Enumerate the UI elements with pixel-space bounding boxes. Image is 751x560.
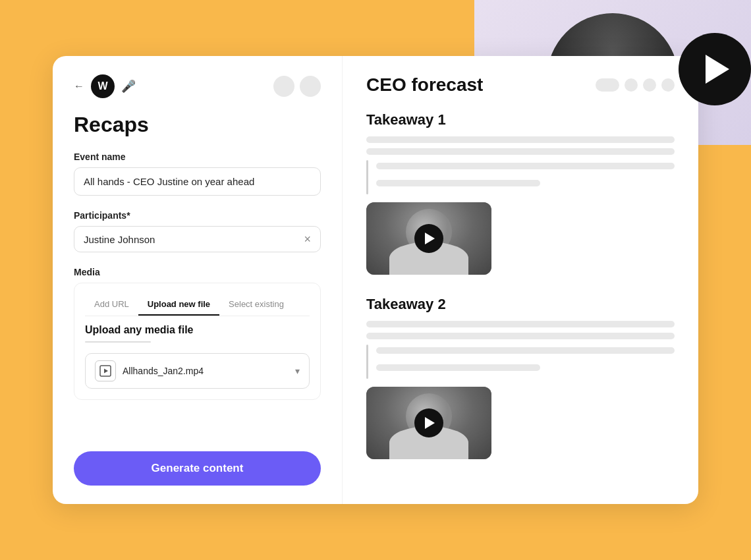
file-selector[interactable]: Allhands_Jan2.mp4 ▾: [85, 353, 310, 389]
takeaway-1-play-button[interactable]: [414, 224, 443, 253]
skeleton-line: [376, 180, 540, 186]
right-dot-2: [643, 78, 656, 92]
file-play-icon: [95, 360, 116, 381]
media-box: Add URL Upload new file Select existing …: [74, 283, 321, 400]
event-name-input[interactable]: [74, 167, 321, 196]
left-accent-bar: [366, 160, 368, 194]
media-tabs: Add URL Upload new file Select existing: [85, 294, 310, 316]
event-name-field-group: Event name: [74, 152, 321, 196]
takeaway-2-skeleton-lines: [376, 345, 675, 379]
page-title: Recaps: [74, 113, 321, 137]
takeaway-1-video-row: [366, 202, 675, 275]
tab-select-existing[interactable]: Select existing: [219, 294, 293, 316]
takeaway-2-title: Takeaway 2: [366, 296, 675, 313]
takeaway-2-content-area: [366, 345, 675, 379]
tab-add-url[interactable]: Add URL: [85, 294, 138, 316]
back-arrow-icon[interactable]: ←: [74, 80, 84, 92]
logo-circle[interactable]: W: [91, 74, 115, 98]
header-dot-btn-1[interactable]: [273, 76, 294, 97]
takeaway-1-skeleton-lines: [376, 160, 675, 194]
participants-label: Participants*: [74, 210, 321, 221]
right-dot-wide: [596, 78, 619, 92]
tab-upload-new-file[interactable]: Upload new file: [138, 294, 219, 316]
left-accent-bar: [366, 345, 368, 379]
skeleton-line: [366, 136, 675, 143]
takeaway-2-video-row: [366, 387, 675, 459]
event-name-label: Event name: [74, 152, 321, 162]
right-header-dots: [596, 78, 675, 92]
header-row: ← W 🎤: [74, 74, 321, 98]
main-card: ← W 🎤 Recaps Event name Participants* ×: [53, 56, 698, 504]
file-chevron-icon: ▾: [295, 366, 300, 376]
takeaway-2-block: Takeaway 2: [366, 296, 675, 459]
header-dot-btn-2[interactable]: [300, 76, 321, 97]
participants-row: ×: [74, 226, 321, 252]
right-header: CEO forecast: [366, 74, 675, 96]
participants-field-group: Participants* ×: [74, 210, 321, 252]
generate-content-button[interactable]: Generate content: [74, 451, 321, 486]
media-label: Media: [74, 267, 321, 277]
skeleton-line: [376, 364, 540, 371]
file-name-label: Allhands_Jan2.mp4: [123, 366, 289, 376]
takeaway-2-video-thumbnail[interactable]: [366, 387, 491, 459]
mic-icon[interactable]: 🎤: [121, 79, 136, 94]
upload-underline: [85, 341, 151, 343]
skeleton-line: [376, 163, 675, 169]
clear-participant-button[interactable]: ×: [304, 233, 311, 245]
right-panel: CEO forecast Takeaway 1: [343, 56, 698, 504]
takeaway-1-content-area: [366, 160, 675, 194]
skeleton-line: [366, 148, 675, 155]
upload-heading: Upload any media file: [85, 324, 310, 336]
participant-input[interactable]: [84, 234, 298, 245]
skeleton-line: [366, 321, 675, 327]
top-right-play-button[interactable]: [679, 33, 751, 105]
media-field-group: Media Add URL Upload new file Select exi…: [74, 267, 321, 400]
svg-marker-1: [104, 369, 108, 374]
skeleton-line: [376, 347, 675, 354]
takeaway-1-block: Takeaway 1: [366, 111, 675, 275]
right-panel-title: CEO forecast: [366, 74, 483, 96]
header-right: [273, 76, 321, 97]
right-dot-1: [625, 78, 638, 92]
takeaway-1-video-thumbnail[interactable]: [366, 202, 491, 275]
right-dot-3: [661, 78, 675, 92]
header-left: ← W 🎤: [74, 74, 136, 98]
takeaway-1-title: Takeaway 1: [366, 111, 675, 128]
takeaway-2-play-button[interactable]: [414, 408, 443, 437]
left-panel: ← W 🎤 Recaps Event name Participants* ×: [53, 56, 343, 504]
skeleton-line: [366, 333, 675, 339]
